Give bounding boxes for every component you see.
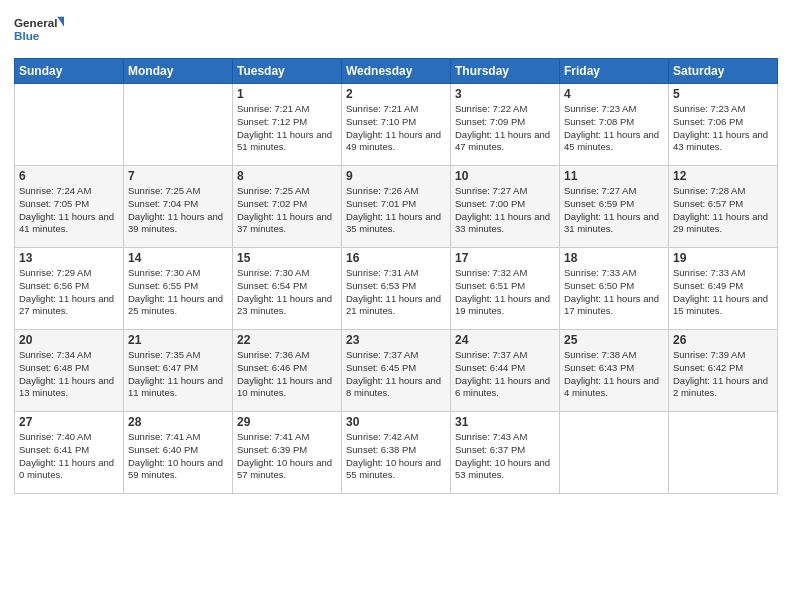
calendar-cell: 31Sunrise: 7:43 AM Sunset: 6:37 PM Dayli… (451, 412, 560, 494)
day-info: Sunrise: 7:30 AM Sunset: 6:54 PM Dayligh… (237, 267, 337, 318)
svg-text:Blue: Blue (14, 29, 40, 42)
calendar-week-row: 13Sunrise: 7:29 AM Sunset: 6:56 PM Dayli… (15, 248, 778, 330)
day-number: 21 (128, 333, 228, 347)
day-number: 14 (128, 251, 228, 265)
day-info: Sunrise: 7:24 AM Sunset: 7:05 PM Dayligh… (19, 185, 119, 236)
calendar-week-row: 6Sunrise: 7:24 AM Sunset: 7:05 PM Daylig… (15, 166, 778, 248)
calendar-cell: 3Sunrise: 7:22 AM Sunset: 7:09 PM Daylig… (451, 84, 560, 166)
calendar-cell: 15Sunrise: 7:30 AM Sunset: 6:54 PM Dayli… (233, 248, 342, 330)
calendar-cell: 27Sunrise: 7:40 AM Sunset: 6:41 PM Dayli… (15, 412, 124, 494)
day-number: 16 (346, 251, 446, 265)
calendar-cell: 5Sunrise: 7:23 AM Sunset: 7:06 PM Daylig… (669, 84, 778, 166)
day-info: Sunrise: 7:40 AM Sunset: 6:41 PM Dayligh… (19, 431, 119, 482)
day-number: 27 (19, 415, 119, 429)
day-info: Sunrise: 7:27 AM Sunset: 6:59 PM Dayligh… (564, 185, 664, 236)
day-number: 13 (19, 251, 119, 265)
day-info: Sunrise: 7:26 AM Sunset: 7:01 PM Dayligh… (346, 185, 446, 236)
day-info: Sunrise: 7:33 AM Sunset: 6:50 PM Dayligh… (564, 267, 664, 318)
calendar-cell: 9Sunrise: 7:26 AM Sunset: 7:01 PM Daylig… (342, 166, 451, 248)
day-info: Sunrise: 7:30 AM Sunset: 6:55 PM Dayligh… (128, 267, 228, 318)
day-number: 10 (455, 169, 555, 183)
day-number: 18 (564, 251, 664, 265)
generalblue-logo-icon: General Blue (14, 10, 64, 50)
day-info: Sunrise: 7:25 AM Sunset: 7:02 PM Dayligh… (237, 185, 337, 236)
day-number: 8 (237, 169, 337, 183)
calendar-cell: 16Sunrise: 7:31 AM Sunset: 6:53 PM Dayli… (342, 248, 451, 330)
day-info: Sunrise: 7:23 AM Sunset: 7:08 PM Dayligh… (564, 103, 664, 154)
calendar-cell: 24Sunrise: 7:37 AM Sunset: 6:44 PM Dayli… (451, 330, 560, 412)
calendar-week-row: 20Sunrise: 7:34 AM Sunset: 6:48 PM Dayli… (15, 330, 778, 412)
calendar-cell: 7Sunrise: 7:25 AM Sunset: 7:04 PM Daylig… (124, 166, 233, 248)
day-info: Sunrise: 7:36 AM Sunset: 6:46 PM Dayligh… (237, 349, 337, 400)
day-info: Sunrise: 7:32 AM Sunset: 6:51 PM Dayligh… (455, 267, 555, 318)
calendar-day-header: Friday (560, 59, 669, 84)
calendar-cell: 25Sunrise: 7:38 AM Sunset: 6:43 PM Dayli… (560, 330, 669, 412)
day-number: 5 (673, 87, 773, 101)
day-info: Sunrise: 7:23 AM Sunset: 7:06 PM Dayligh… (673, 103, 773, 154)
day-number: 26 (673, 333, 773, 347)
calendar-cell: 28Sunrise: 7:41 AM Sunset: 6:40 PM Dayli… (124, 412, 233, 494)
calendar-day-header: Monday (124, 59, 233, 84)
day-info: Sunrise: 7:39 AM Sunset: 6:42 PM Dayligh… (673, 349, 773, 400)
day-info: Sunrise: 7:21 AM Sunset: 7:12 PM Dayligh… (237, 103, 337, 154)
calendar-cell: 10Sunrise: 7:27 AM Sunset: 7:00 PM Dayli… (451, 166, 560, 248)
day-number: 15 (237, 251, 337, 265)
calendar-cell: 26Sunrise: 7:39 AM Sunset: 6:42 PM Dayli… (669, 330, 778, 412)
calendar-week-row: 1Sunrise: 7:21 AM Sunset: 7:12 PM Daylig… (15, 84, 778, 166)
calendar-day-header: Thursday (451, 59, 560, 84)
day-number: 3 (455, 87, 555, 101)
day-number: 22 (237, 333, 337, 347)
day-number: 29 (237, 415, 337, 429)
calendar-cell: 14Sunrise: 7:30 AM Sunset: 6:55 PM Dayli… (124, 248, 233, 330)
day-info: Sunrise: 7:33 AM Sunset: 6:49 PM Dayligh… (673, 267, 773, 318)
day-number: 30 (346, 415, 446, 429)
calendar-cell: 12Sunrise: 7:28 AM Sunset: 6:57 PM Dayli… (669, 166, 778, 248)
day-number: 9 (346, 169, 446, 183)
day-info: Sunrise: 7:27 AM Sunset: 7:00 PM Dayligh… (455, 185, 555, 236)
calendar-cell: 8Sunrise: 7:25 AM Sunset: 7:02 PM Daylig… (233, 166, 342, 248)
day-info: Sunrise: 7:41 AM Sunset: 6:39 PM Dayligh… (237, 431, 337, 482)
day-number: 12 (673, 169, 773, 183)
day-info: Sunrise: 7:21 AM Sunset: 7:10 PM Dayligh… (346, 103, 446, 154)
day-info: Sunrise: 7:29 AM Sunset: 6:56 PM Dayligh… (19, 267, 119, 318)
day-number: 28 (128, 415, 228, 429)
day-info: Sunrise: 7:37 AM Sunset: 6:45 PM Dayligh… (346, 349, 446, 400)
calendar-cell: 6Sunrise: 7:24 AM Sunset: 7:05 PM Daylig… (15, 166, 124, 248)
calendar-day-header: Tuesday (233, 59, 342, 84)
day-number: 17 (455, 251, 555, 265)
day-number: 7 (128, 169, 228, 183)
calendar-cell: 1Sunrise: 7:21 AM Sunset: 7:12 PM Daylig… (233, 84, 342, 166)
day-info: Sunrise: 7:22 AM Sunset: 7:09 PM Dayligh… (455, 103, 555, 154)
svg-marker-2 (57, 17, 64, 27)
calendar-cell: 11Sunrise: 7:27 AM Sunset: 6:59 PM Dayli… (560, 166, 669, 248)
day-number: 1 (237, 87, 337, 101)
calendar-table: SundayMondayTuesdayWednesdayThursdayFrid… (14, 58, 778, 494)
svg-text:General: General (14, 16, 57, 29)
calendar-week-row: 27Sunrise: 7:40 AM Sunset: 6:41 PM Dayli… (15, 412, 778, 494)
calendar-cell: 22Sunrise: 7:36 AM Sunset: 6:46 PM Dayli… (233, 330, 342, 412)
calendar-cell (124, 84, 233, 166)
calendar-header-row: SundayMondayTuesdayWednesdayThursdayFrid… (15, 59, 778, 84)
day-info: Sunrise: 7:38 AM Sunset: 6:43 PM Dayligh… (564, 349, 664, 400)
calendar-cell: 29Sunrise: 7:41 AM Sunset: 6:39 PM Dayli… (233, 412, 342, 494)
calendar-cell (669, 412, 778, 494)
calendar-cell: 30Sunrise: 7:42 AM Sunset: 6:38 PM Dayli… (342, 412, 451, 494)
day-number: 31 (455, 415, 555, 429)
calendar-cell: 17Sunrise: 7:32 AM Sunset: 6:51 PM Dayli… (451, 248, 560, 330)
calendar-day-header: Saturday (669, 59, 778, 84)
calendar-day-header: Sunday (15, 59, 124, 84)
day-info: Sunrise: 7:41 AM Sunset: 6:40 PM Dayligh… (128, 431, 228, 482)
calendar-cell: 19Sunrise: 7:33 AM Sunset: 6:49 PM Dayli… (669, 248, 778, 330)
calendar-cell: 2Sunrise: 7:21 AM Sunset: 7:10 PM Daylig… (342, 84, 451, 166)
calendar-cell: 23Sunrise: 7:37 AM Sunset: 6:45 PM Dayli… (342, 330, 451, 412)
header: General Blue (14, 10, 778, 50)
day-info: Sunrise: 7:42 AM Sunset: 6:38 PM Dayligh… (346, 431, 446, 482)
calendar-cell: 4Sunrise: 7:23 AM Sunset: 7:08 PM Daylig… (560, 84, 669, 166)
day-number: 23 (346, 333, 446, 347)
day-number: 11 (564, 169, 664, 183)
calendar-day-header: Wednesday (342, 59, 451, 84)
day-info: Sunrise: 7:43 AM Sunset: 6:37 PM Dayligh… (455, 431, 555, 482)
day-info: Sunrise: 7:37 AM Sunset: 6:44 PM Dayligh… (455, 349, 555, 400)
day-info: Sunrise: 7:25 AM Sunset: 7:04 PM Dayligh… (128, 185, 228, 236)
calendar-cell: 13Sunrise: 7:29 AM Sunset: 6:56 PM Dayli… (15, 248, 124, 330)
